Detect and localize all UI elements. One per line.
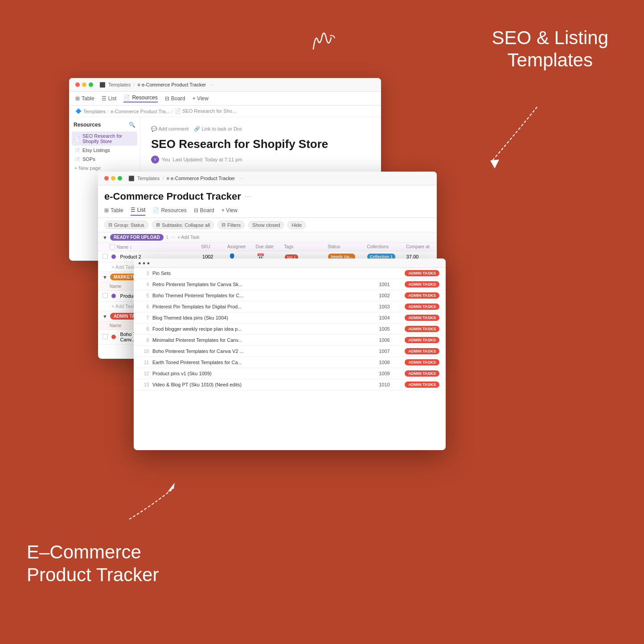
header-tracker-label: ≡ e-Commerce Product Tracker xyxy=(137,82,206,87)
minimize-button-middle[interactable] xyxy=(111,176,115,180)
seo-label: SEO & Listing Templates xyxy=(492,27,608,72)
sidebar-add-page[interactable]: + New page xyxy=(72,164,137,172)
seo-label-line1: SEO & Listing xyxy=(492,27,608,49)
col-headers-ready: Name ↕ SKU Assignee Due date Tags Status… xyxy=(98,243,437,251)
ecommerce-label: E–Commerce Product Tracker xyxy=(27,541,159,586)
sidebar-item-seo-research[interactable]: 📄 SEO Research for Shopify Store xyxy=(72,131,137,146)
doc-meta: Y You Last Updated: Today at 7:11 pm xyxy=(151,156,370,164)
row-checkbox-p1[interactable] xyxy=(103,293,108,298)
card-middle-title: e-Commerce Product Tracker xyxy=(104,191,241,202)
filter-show-closed[interactable]: Show closed xyxy=(248,221,284,229)
svg-marker-0 xyxy=(490,160,499,168)
select-all-checkbox[interactable] xyxy=(110,244,115,250)
group-expand-icon-3[interactable]: ▼ xyxy=(103,314,107,319)
filter-group-status[interactable]: ⊟ Group: Status xyxy=(104,221,148,229)
group-ready-for-upload: ▼ READY FOR UPLOAD 1 ··· + Add Task xyxy=(98,232,437,243)
front-list: ● ● ● 3 Pin Sets ADMIN TASKS 4 Retro Pin… xyxy=(134,258,446,390)
filter-hide[interactable]: Hide xyxy=(287,221,306,229)
front-list-row-5[interactable]: 5 Boho Themed Pinterest Templates for C.… xyxy=(134,290,446,301)
seo-arrow xyxy=(466,103,555,174)
tab-board[interactable]: ⊟ Board xyxy=(165,94,185,103)
front-list-row-9[interactable]: 9 Minimalist Pinterest Templates for Can… xyxy=(134,335,446,346)
minimize-button[interactable] xyxy=(82,82,86,87)
add-comment-button[interactable]: 💬 Add comment xyxy=(151,126,189,132)
doc-actions: 💬 Add comment 🔗 Link to task or Doc xyxy=(151,126,370,132)
card-back-nav: ⊞ Table ☰ List 📄 Resources ⊟ Board + Vie… xyxy=(69,92,381,106)
doc-author: You xyxy=(162,157,170,162)
card-back-breadcrumb: 🔷 Templates / e-Commerce Product Tra... … xyxy=(69,106,381,117)
tab-resources[interactable]: 📄 Resources xyxy=(123,94,157,103)
front-list-row-8[interactable]: 8 Food blogger weekly recipe plan idea p… xyxy=(134,324,446,335)
front-list-row-6[interactable]: 6 Pinterest Pin Templates for Digital Pr… xyxy=(134,301,446,312)
tab-view-add[interactable]: + View xyxy=(193,94,209,103)
ecommerce-label-line2: Product Tracker xyxy=(27,564,159,586)
front-list-row-13[interactable]: 13 Video & Blog PT (Sku 1010) (Need edit… xyxy=(134,379,446,390)
ecommerce-label-line1: E–Commerce xyxy=(27,541,159,563)
logo-icon xyxy=(304,27,340,53)
card-front: ● ● ● 3 Pin Sets ADMIN TASKS 4 Retro Pin… xyxy=(134,258,446,450)
card-middle-title-row: e-Commerce Product Tracker ··· xyxy=(98,185,437,205)
add-task-ready[interactable]: + Add Task xyxy=(178,235,200,240)
avatar: Y xyxy=(151,156,159,164)
tab-list[interactable]: ☰ List xyxy=(102,94,117,103)
header-templates-label: Templates xyxy=(108,82,131,87)
front-list-row-11[interactable]: 11 Earth Toned Pinterest Templates for C… xyxy=(134,357,446,368)
front-list-row-10[interactable]: 10 Boho Pinterest Templates for Canva V2… xyxy=(134,346,446,357)
tab-table[interactable]: ⊞ Table xyxy=(75,94,94,103)
sidebar-item-sops[interactable]: 📄 SOPs xyxy=(72,155,137,164)
row-checkbox[interactable] xyxy=(103,254,108,259)
filter-filters[interactable]: ⊟ Filters xyxy=(217,221,245,229)
group-expand-icon-2[interactable]: ▼ xyxy=(103,275,107,280)
svg-marker-1 xyxy=(167,483,175,492)
window-controls xyxy=(75,82,93,87)
filter-bar: ⊟ Group: Status ⊞ Subtasks: Collapse all… xyxy=(98,218,437,232)
group-expand-icon[interactable]: ▼ xyxy=(103,235,107,240)
sidebar-header: Resources 🔍 xyxy=(72,122,137,128)
front-list-row-12[interactable]: 12 Product pins v1 (Sku 1009) 1009 ADMIN… xyxy=(134,368,446,379)
close-button-middle[interactable] xyxy=(104,176,109,180)
task-dot xyxy=(111,254,116,259)
link-to-task-button[interactable]: 🔗 Link to task or Doc xyxy=(194,126,242,132)
card-middle-nav: ⊞ Table ☰ List 📄 Resources ⊟ Board + Vie… xyxy=(98,205,437,218)
doc-updated: Last Updated: Today at 7:11 pm xyxy=(173,157,242,162)
doc-title: SEO Research for Shopify Store xyxy=(151,137,370,151)
middle-options-icon[interactable]: ··· xyxy=(245,193,250,201)
seo-label-line2: Templates xyxy=(492,49,608,71)
maximize-button-middle[interactable] xyxy=(118,176,122,180)
middle-tab-list[interactable]: ☰ List xyxy=(131,207,146,216)
logo-container xyxy=(304,27,340,55)
front-list-row-4[interactable]: 4 Retro Pinterest Templates for Canva Sk… xyxy=(134,279,446,290)
front-list-row-3[interactable]: 3 Pin Sets ADMIN TASKS xyxy=(134,268,446,279)
sidebar-search-icon[interactable]: 🔍 xyxy=(129,122,135,128)
middle-tab-board[interactable]: ⊟ Board xyxy=(194,207,214,216)
group-badge-ready: READY FOR UPLOAD xyxy=(110,234,164,241)
task-dot-boho xyxy=(111,335,116,339)
middle-tab-add-view[interactable]: + View xyxy=(222,207,238,216)
task-dot-p1 xyxy=(111,294,116,298)
window-controls-middle xyxy=(104,176,122,180)
ecommerce-arrow xyxy=(125,479,178,524)
row-checkbox-boho[interactable] xyxy=(103,334,108,339)
close-button[interactable] xyxy=(75,82,80,87)
front-card-header: ● ● ● xyxy=(134,258,446,268)
filter-subtasks[interactable]: ⊞ Subtasks: Collapse all xyxy=(152,221,214,229)
maximize-button[interactable] xyxy=(89,82,93,87)
card-middle-header: ⬛ Templates / ≡ e-Commerce Product Track… xyxy=(98,172,437,185)
card-back-header: ⬛ Templates / ≡ e-Commerce Product Track… xyxy=(69,78,381,92)
middle-tab-table[interactable]: ⊞ Table xyxy=(104,207,123,216)
sidebar-item-etsy-listings[interactable]: 📄 Etsy Listings xyxy=(72,146,137,155)
middle-tab-resources[interactable]: 📄 Resources xyxy=(152,207,186,216)
front-list-row-7[interactable]: 7 Blog Themed Idea pins (Sku 1004) 1004 … xyxy=(134,312,446,324)
header-breadcrumb-templates: ⬛ xyxy=(99,82,106,88)
